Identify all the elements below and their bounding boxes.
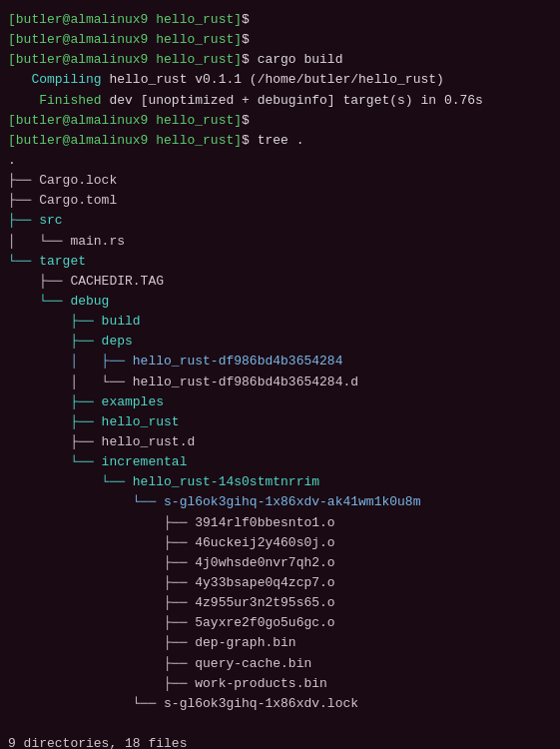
- tree-file-2: ├── 46uckeij2y460s0j.o: [8, 533, 552, 553]
- line-tree-cmd: [butler@almalinux9 hello_rust]$ tree .: [8, 131, 552, 151]
- tree-hello-rust-inc: └── hello_rust-14s0stmtnrrim: [8, 472, 552, 492]
- line-1: [butler@almalinux9 hello_rust]$: [8, 10, 552, 30]
- tree-cargo-toml: ├── Cargo.toml: [8, 191, 552, 211]
- tree-s-lock: └── s-gl6ok3gihq-1x86xdv.lock: [8, 694, 552, 714]
- tree-file-5: ├── 4z955ur3n2t95s65.o: [8, 593, 552, 613]
- tree-deps: ├── deps: [8, 332, 552, 352]
- line-3: [butler@almalinux9 hello_rust]$ cargo bu…: [8, 50, 552, 70]
- tree-main-rs: │ └── main.rs: [8, 232, 552, 252]
- tree-target: └── target: [8, 252, 552, 272]
- tree-file-3: ├── 4j0whsde0nvr7qh2.o: [8, 553, 552, 573]
- summary: 9 directories, 18 files: [8, 734, 552, 749]
- line-2: [butler@almalinux9 hello_rust]$: [8, 30, 552, 50]
- tree-cachedir: ├── CACHEDIR.TAG: [8, 272, 552, 292]
- tree-file-4: ├── 4y33bsape0q4zcp7.o: [8, 573, 552, 593]
- tree-query-cache: ├── query-cache.bin: [8, 654, 552, 674]
- tree-file-1: ├── 3914rlf0bbesnto1.o: [8, 513, 552, 533]
- tree-work-products: ├── work-products.bin: [8, 674, 552, 694]
- tree-debug: └── debug: [8, 292, 552, 312]
- blank-line: [8, 714, 552, 734]
- tree-file-6: ├── 5ayxre2f0go5u6gc.o: [8, 613, 552, 633]
- tree-examples: ├── examples: [8, 392, 552, 412]
- tree-hello-rust-d: │ └── hello_rust-df986bd4b3654284.d: [8, 373, 552, 392]
- terminal: [butler@almalinux9 hello_rust]$ [butler@…: [8, 10, 552, 749]
- line-finished: Finished dev [unoptimized + debuginfo] t…: [8, 91, 552, 111]
- line-compiling: Compiling hello_rust v0.1.1 (/home/butle…: [8, 70, 552, 90]
- line-dot: .: [8, 151, 552, 171]
- tree-incremental: └── incremental: [8, 452, 552, 472]
- tree-build: ├── build: [8, 312, 552, 332]
- tree-src: ├── src: [8, 211, 552, 231]
- tree-hello-rust-link: │ ├── hello_rust-df986bd4b3654284: [8, 352, 552, 372]
- tree-cargo-lock: ├── Cargo.lock: [8, 171, 552, 191]
- tree-s-link: └── s-gl6ok3gihq-1x86xdv-ak41wm1k0u8m: [8, 492, 552, 512]
- tree-dep-graph: ├── dep-graph.bin: [8, 633, 552, 653]
- line-5: [butler@almalinux9 hello_rust]$: [8, 111, 552, 131]
- tree-hello-rust-d2: ├── hello_rust.d: [8, 432, 552, 452]
- tree-hello-rust-bin: ├── hello_rust: [8, 412, 552, 432]
